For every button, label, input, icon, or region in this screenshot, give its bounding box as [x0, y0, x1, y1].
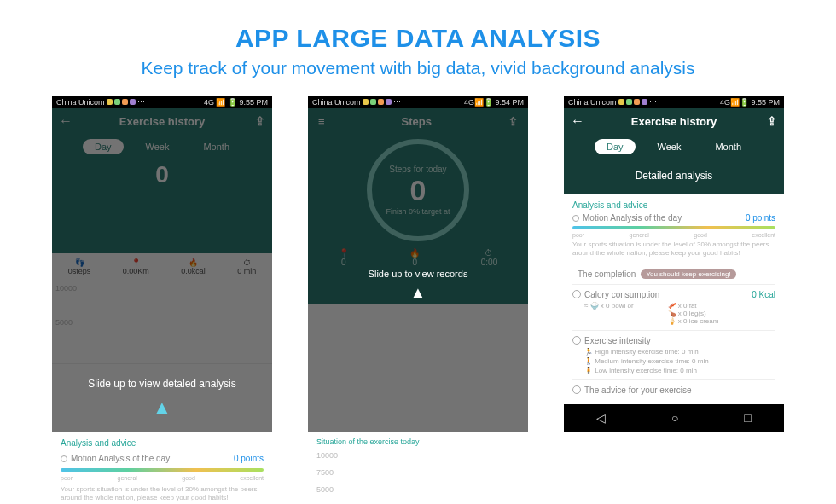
score-bar [61, 468, 264, 472]
daily-chart: 10000 7500 5000 2500 0 1:004:00 6:008:00… [308, 451, 528, 504]
arrow-up-icon[interactable]: ▲ [153, 397, 171, 419]
status-icon [122, 99, 128, 105]
phones-row: China Unicom ⋯ 4G 📶 🔋 9:55 PM ← Exercise… [0, 96, 836, 504]
ring-label: Steps for today [389, 165, 446, 174]
motion-label: Motion Analysis of the day [71, 453, 170, 465]
tab-week[interactable]: Week [134, 139, 182, 154]
tab-month[interactable]: Month [703, 139, 753, 154]
status-icon [107, 99, 113, 105]
steps-ring: Steps for today 0 Finish 0% target at [367, 139, 469, 241]
situation-label: Situation of the exercise today [308, 432, 528, 451]
tab-day[interactable]: Day [595, 139, 636, 154]
advice-icon [572, 385, 581, 394]
nav-recent-icon[interactable]: □ [744, 411, 751, 425]
stat-cal: 🔥0 [409, 248, 420, 267]
status-icon [114, 99, 120, 105]
tabs-row: Day Week Month [52, 139, 272, 154]
screen-title: Steps [402, 115, 432, 128]
tab-month[interactable]: Month [191, 139, 241, 154]
analysis-description: Your sports situation is under the level… [61, 485, 264, 503]
status-bar: China Unicom ⋯ 4G 📶 🔋 9:55 PM [52, 96, 272, 108]
clock: 9:54 PM [495, 98, 524, 107]
carrier-label: China Unicom [312, 98, 361, 107]
fire-icon [572, 290, 581, 298]
arrow-up-icon[interactable]: ▲ [410, 284, 426, 302]
score-bar [572, 226, 775, 229]
phone-2: China Unicom ⋯ 4G📶🔋 9:54 PM ≡ Steps ⇪ St… [308, 96, 528, 504]
panel-title: Analysis and advice [61, 437, 264, 449]
stat-dist: 📍0 [339, 248, 349, 267]
calorie-label: Calory consumption [584, 290, 659, 299]
status-bar: China Unicom ⋯ 4G📶🔋 9:54 PM [308, 96, 528, 108]
bulb-icon [61, 455, 67, 462]
nav-back-icon[interactable]: ◁ [596, 411, 606, 425]
advice-label: The advice for your exercise [584, 385, 692, 395]
share-icon[interactable]: ⇪ [255, 114, 265, 128]
motion-points: 0 points [234, 453, 264, 465]
carrier-label: China Unicom [56, 98, 105, 107]
screen-title: Exercise history [119, 115, 205, 128]
analysis-body: Analysis and advice Motion Analysis of t… [564, 194, 784, 404]
chart-area: 100005000 [52, 281, 272, 364]
motion-points: 0 points [746, 213, 775, 223]
status-icon [130, 99, 136, 105]
menu-icon[interactable]: ≡ [318, 115, 325, 128]
bulb-icon [572, 215, 579, 222]
ring-pct: Finish 0% target at [386, 207, 450, 216]
signal-label: 4G [204, 98, 214, 107]
intensity-low: 🧍 Low intensity exercise time: 0 min [572, 367, 775, 374]
status-bar: China Unicom ⋯ 4G📶🔋 9:55 PM [564, 96, 784, 108]
intensity-medium: 🚶 Medium intensity exercise time: 0 min [572, 357, 775, 365]
activity-icon [572, 336, 581, 345]
detailed-label: Detailed analysis [564, 170, 784, 182]
page-title: APP LARGE DATA ANALYSIS [0, 24, 836, 53]
stat-steps: 👣0steps [68, 258, 91, 275]
clock: 9:55 PM [751, 98, 780, 107]
motion-label: Motion Analysis of the day [583, 213, 682, 223]
completion-label: The completion [578, 269, 636, 279]
screen-title: Exercise history [631, 115, 717, 128]
tab-day[interactable]: Day [83, 139, 124, 154]
completion-badge: You should keep exercising! [641, 269, 735, 279]
back-icon[interactable]: ← [59, 113, 73, 129]
nav-home-icon[interactable]: ○ [671, 411, 678, 425]
analysis-panel: Analysis and advice Motion Analysis of t… [52, 432, 272, 504]
screen: ≡ Steps ⇪ Steps for today 0 Finish 0% ta… [308, 108, 528, 432]
screen: ← Exercise history ⇪ Day Week Month 0 👣0… [52, 108, 272, 432]
clock: 9:55 PM [239, 98, 268, 107]
stat-kcal: 🔥0.0kcal [181, 258, 206, 275]
slide-hint: Slide up to view records [308, 269, 528, 279]
nav-bar: ◁ ○ □ [564, 404, 784, 432]
intensity-label: Exercise intensity [584, 336, 651, 345]
share-icon[interactable]: ⇪ [767, 114, 777, 128]
analysis-description: Your sports situation is under the level… [572, 240, 775, 258]
intensity-high: 🏃 High intensity exercise time: 0 min [572, 348, 775, 356]
back-icon[interactable]: ← [571, 113, 584, 129]
ring-value: 0 [410, 174, 427, 207]
stat-time: ⏱0:00 [481, 248, 497, 267]
calorie-value: 0 Kcal [752, 290, 775, 299]
share-icon[interactable]: ⇪ [508, 115, 518, 128]
screen-top: ← Exercise history ⇪ Day Week Month Deta… [564, 108, 784, 194]
stat-min: ⏱0 min [237, 258, 256, 275]
main-count: 0 [52, 161, 272, 188]
page-subtitle: Keep track of your movement with big dat… [0, 58, 836, 78]
tab-week[interactable]: Week [646, 139, 694, 154]
panel-title: Analysis and advice [572, 200, 775, 210]
slide-hint: Slide up to view detaled analysis [52, 378, 272, 390]
phone-3: China Unicom ⋯ 4G📶🔋 9:55 PM ← Exercise h… [564, 96, 784, 504]
phone-1: China Unicom ⋯ 4G 📶 🔋 9:55 PM ← Exercise… [52, 96, 272, 504]
carrier-label: China Unicom [568, 98, 617, 107]
stat-km: 📍0.00Km [123, 258, 149, 275]
